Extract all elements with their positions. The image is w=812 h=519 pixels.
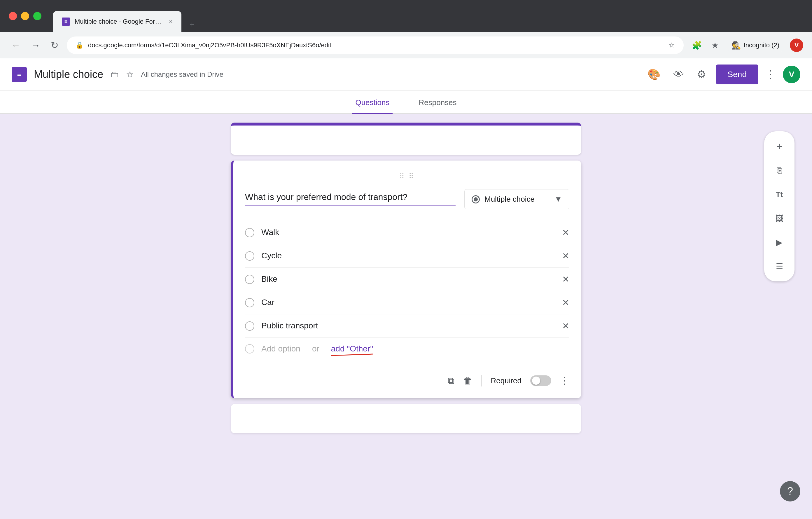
forms-center: ⠿ ⠿ Multiple choice ▼ [231,122,581,510]
reload-button[interactable]: ↻ [49,37,61,53]
bookmark-icon[interactable]: ☆ [668,41,675,49]
incognito-icon: 🕵 [731,41,741,50]
user-avatar[interactable]: V [783,66,800,83]
question-card: ⠿ ⠿ Multiple choice ▼ [231,161,581,398]
delete-option-cycle[interactable]: ✕ [562,251,569,261]
question-type-dropdown[interactable]: Multiple choice ▼ [464,189,569,209]
delete-option-car[interactable]: ✕ [562,297,569,308]
option-text-cycle[interactable] [261,251,555,261]
option-radio-walk[interactable] [245,228,254,237]
add-option-or: or [312,344,319,354]
tab-responses[interactable]: Responses [416,98,460,114]
browser-titlebar: ≡ Multiple choice - Google Form... × + [0,0,812,32]
option-row: ✕ [245,221,569,244]
option-row: ✕ [245,244,569,268]
saved-status: All changes saved in Drive [141,70,224,79]
option-text-bike[interactable] [261,274,555,284]
forms-body: ⠿ ⠿ Multiple choice ▼ [0,114,812,519]
option-text-public-transport[interactable] [261,321,555,331]
add-option-text[interactable]: Add option [261,344,300,354]
add-video-button[interactable]: ▶ [769,232,790,253]
bookmark-star-icon[interactable]: ★ [709,38,721,53]
address-bar: ← → ↻ 🔒 docs.google.com/forms/d/1eO3LXim… [0,32,812,58]
option-radio-public-transport[interactable] [245,321,254,331]
address-actions: 🧩 ★ 🕵 Incognito (2) V [690,38,803,53]
url-text: docs.google.com/forms/d/1eO3LXima_v0nj2O… [88,42,664,49]
traffic-light-yellow[interactable] [21,12,29,20]
traffic-lights [9,12,41,20]
required-toggle[interactable] [530,375,551,386]
forward-button[interactable]: → [29,38,42,53]
radio-filled-icon [472,195,480,203]
tab-bar: ≡ Multiple choice - Google Form... × + [53,0,200,32]
dropdown-arrow-icon: ▼ [554,195,562,204]
squiggly-underline [331,354,373,356]
forms-tabs: Questions Responses [0,90,812,114]
option-row: ✕ [245,268,569,291]
question-more-button[interactable]: ⋮ [560,375,569,386]
option-text-car[interactable] [261,298,555,307]
browser-frame: ≡ Multiple choice - Google Form... × + ←… [0,0,812,519]
option-row: ✕ [245,291,569,315]
add-question-button[interactable]: + [769,136,790,157]
option-text-walk[interactable] [261,228,555,237]
lock-icon: 🔒 [76,42,83,49]
delete-option-walk[interactable]: ✕ [562,227,569,238]
settings-icon[interactable]: ⚙ [694,65,709,83]
delete-option-bike[interactable]: ✕ [562,274,569,284]
question-input[interactable] [245,189,456,206]
forms-logo: ≡ [12,67,27,82]
question-type-label: Multiple choice [485,195,534,204]
new-tab-button[interactable]: + [184,17,200,32]
add-title-button[interactable]: Tt [769,184,790,205]
options-list: ✕ ✕ ✕ [245,221,569,338]
header-icons: 🎨 👁 ⚙ Send ⋮ V [645,64,800,84]
tab-questions[interactable]: Questions [352,98,392,114]
divider [481,375,482,386]
extension-icon[interactable]: 🧩 [690,38,704,53]
card-footer: ⧉ 🗑 Required ⋮ [245,366,569,386]
preview-icon[interactable]: 👁 [671,65,687,83]
toggle-thumb [532,377,540,385]
incognito-label: Incognito (2) [744,42,779,49]
delete-question-button[interactable]: 🗑 [463,375,472,386]
forms-header: ≡ Multiple choice 🗀 ☆ All changes saved … [0,58,812,90]
import-questions-button[interactable]: ⎘ [769,160,790,181]
incognito-badge: 🕵 Incognito (2) [726,38,785,52]
traffic-light-red[interactable] [9,12,17,20]
send-button[interactable]: Send [716,64,758,84]
question-header: Multiple choice ▼ [245,189,569,209]
drag-handle[interactable]: ⠿ ⠿ [245,172,569,181]
delete-option-public-transport[interactable]: ✕ [562,321,569,331]
tab-close-button[interactable]: × [169,18,173,25]
add-image-button[interactable]: 🖼 [769,208,790,229]
next-card [231,404,581,433]
url-bar[interactable]: 🔒 docs.google.com/forms/d/1eO3LXima_v0nj… [67,36,684,54]
copy-question-button[interactable]: ⧉ [448,375,455,386]
option-radio-car[interactable] [245,298,254,307]
star-button[interactable]: ☆ [126,69,134,79]
add-other-link[interactable]: add "Other" [331,344,373,354]
active-tab[interactable]: ≡ Multiple choice - Google Form... × [53,11,181,32]
profile-circle[interactable]: V [790,38,803,52]
palette-icon[interactable]: 🎨 [645,65,664,83]
tab-title: Multiple choice - Google Form... [75,18,164,25]
add-option-radio [245,344,254,354]
option-row: ✕ [245,315,569,338]
option-radio-cycle[interactable] [245,251,254,261]
previous-card [231,122,581,155]
required-label: Required [491,376,522,385]
tab-favicon: ≡ [62,18,70,26]
right-sidebar: + ⎘ Tt 🖼 ▶ ☰ [764,131,794,281]
folder-button[interactable]: 🗀 [110,70,119,79]
forms-title: Multiple choice [34,68,103,81]
traffic-light-green[interactable] [33,12,41,20]
more-options-button[interactable]: ⋮ [765,68,776,81]
option-radio-bike[interactable] [245,275,254,284]
help-button[interactable]: ? [780,481,800,501]
add-option-row: Add option or add "Other" [245,338,569,360]
add-section-button[interactable]: ☰ [769,256,790,277]
back-button[interactable]: ← [9,38,23,53]
app-container: ≡ Multiple choice 🗀 ☆ All changes saved … [0,58,812,519]
